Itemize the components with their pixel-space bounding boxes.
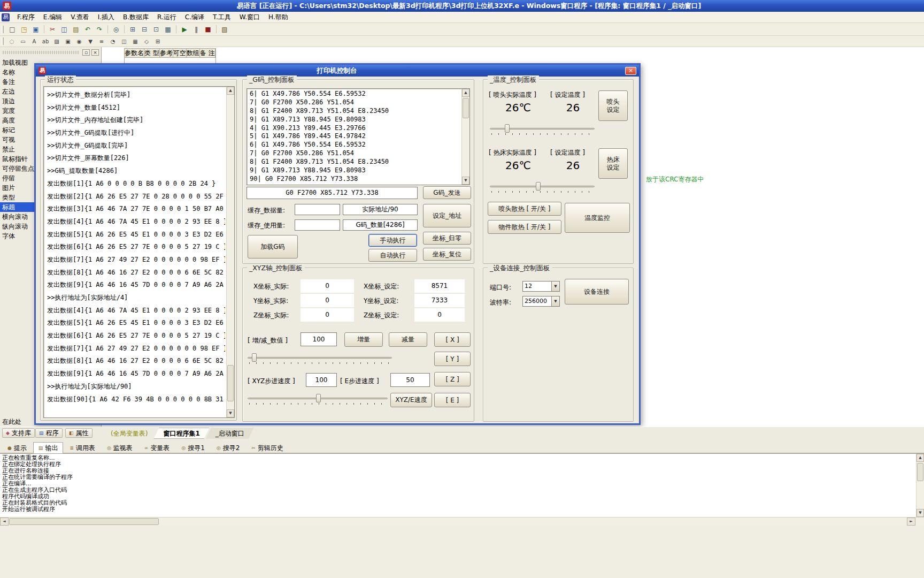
dialog-titlebar[interactable]: 易 打印机控制台 ×: [36, 65, 639, 77]
dialog-close-icon[interactable]: ×: [625, 67, 636, 75]
redo-icon[interactable]: ↷: [94, 24, 105, 35]
buffer-used-input[interactable]: [295, 219, 340, 231]
copy-icon[interactable]: ◫: [58, 24, 70, 35]
output-panel-tab[interactable]: ▤ 输出: [33, 442, 64, 453]
scroll-thumb[interactable]: [227, 365, 234, 401]
palette-widget-icon[interactable]: ◇: [141, 36, 152, 46]
output-panel-tab[interactable]: ◎ 搜寻2: [211, 443, 245, 453]
scroll-left-icon[interactable]: ◄: [0, 518, 9, 526]
window-layout-3-icon[interactable]: ⊡: [150, 24, 162, 35]
load-gcode-button[interactable]: 加载G码: [248, 235, 298, 258]
nozzle-set-temp-value[interactable]: 26: [553, 101, 593, 114]
slider-thumb[interactable]: [252, 353, 257, 362]
auto-execute-button[interactable]: 自动执行: [368, 249, 417, 262]
xy-position-slider[interactable]: [248, 353, 392, 364]
palette-widget-icon[interactable]: ◔: [107, 36, 118, 46]
new-file-icon[interactable]: □: [6, 24, 18, 35]
palette-widget-icon[interactable]: ▦: [130, 36, 141, 46]
window-layout-2-icon[interactable]: ⊟: [138, 24, 150, 35]
output-panel-tab[interactable]: ◎ 监视表: [102, 443, 138, 453]
temperature-monitor-button[interactable]: 温度监控: [565, 203, 630, 233]
cut-icon[interactable]: ✂: [47, 24, 58, 35]
combo-arrow-icon[interactable]: ▼: [551, 282, 559, 291]
output-panel-tab[interactable]: ◎ 搜寻1: [176, 443, 210, 453]
scroll-thumb[interactable]: [463, 98, 469, 118]
xyz-e-speed-button[interactable]: XYZ/E速度: [390, 393, 432, 407]
palette-widget-icon[interactable]: ◌: [6, 36, 17, 46]
window-layout-4-icon[interactable]: ▦: [162, 24, 174, 35]
menu-item[interactable]: E.编辑: [39, 12, 66, 23]
program-button[interactable]: ▤ 程序: [35, 428, 63, 438]
y-axis-button[interactable]: [ Y ]: [434, 352, 471, 366]
nozzle-temp-slider[interactable]: [490, 124, 595, 135]
current-gcode-input[interactable]: G0 F2700 X85.712 Y73.338: [247, 187, 418, 199]
device-connect-button[interactable]: 设备连接: [565, 279, 629, 305]
speed-slider[interactable]: [248, 393, 388, 405]
menu-item[interactable]: T.工具: [209, 12, 235, 23]
scroll-up-icon[interactable]: ▲: [227, 87, 234, 95]
undo-icon[interactable]: ↶: [82, 24, 94, 35]
menu-item[interactable]: R.运行: [153, 12, 181, 23]
scroll-down-icon[interactable]: ▼: [462, 177, 469, 185]
paste-icon[interactable]: ▤: [70, 24, 82, 35]
nozzle-fan-toggle-button[interactable]: 喷头散热 [ 开/关 ]: [488, 202, 561, 216]
panel-grip[interactable]: [3, 51, 80, 54]
axis-set-value[interactable]: 7333: [414, 294, 465, 307]
decrement-button[interactable]: 减量: [389, 332, 427, 347]
slider-thumb[interactable]: [536, 182, 541, 191]
axis-set-value[interactable]: 0: [414, 308, 465, 322]
reset-coordinates-button[interactable]: 坐标_复位: [423, 248, 471, 261]
properties-button[interactable]: ◧ 属性: [65, 428, 93, 438]
open-file-icon[interactable]: ◳: [18, 24, 30, 35]
gcode-scrollbar[interactable]: ▲ ▼: [461, 89, 469, 185]
incdec-value-input[interactable]: 100: [301, 332, 337, 346]
combo-arrow-icon[interactable]: ▼: [551, 296, 559, 306]
bed-temp-slider[interactable]: [490, 181, 595, 193]
menu-item[interactable]: F.程序: [13, 12, 39, 23]
menu-item[interactable]: V.查看: [66, 12, 93, 23]
stop-icon[interactable]: ■: [202, 24, 214, 35]
e-axis-button[interactable]: [ E ]: [434, 393, 471, 407]
tab-window-program-set[interactable]: 窗口程序集1: [153, 428, 209, 439]
xyz-step-speed-input[interactable]: 100: [306, 373, 337, 387]
shortcut-icon[interactable]: ▧: [219, 24, 230, 35]
save-icon[interactable]: ▣: [30, 24, 42, 35]
nozzle-set-button[interactable]: 喷头 设定: [598, 90, 628, 121]
scroll-thumb[interactable]: [917, 463, 923, 481]
output-panel-tab[interactable]: ≣ 调用表: [64, 443, 101, 453]
output-panel-tab[interactable]: ✂ 剪辑历史: [246, 443, 289, 453]
output-panel-tab[interactable]: ∞ 变量表: [139, 443, 175, 453]
menu-item[interactable]: C.编译: [181, 12, 209, 23]
palette-widget-icon[interactable]: ▭: [18, 36, 28, 46]
palette-widget-icon[interactable]: ▨: [51, 36, 62, 46]
gcode-send-button[interactable]: G码_发送: [423, 186, 471, 199]
palette-widget-icon[interactable]: ab: [40, 36, 51, 46]
e-step-speed-input[interactable]: 50: [390, 373, 430, 387]
panel-close-icon[interactable]: ×: [91, 49, 99, 56]
panel-minimize-icon[interactable]: ▫: [82, 49, 90, 56]
scroll-down-icon[interactable]: ▼: [227, 409, 234, 417]
palette-widget-icon[interactable]: ◫: [119, 36, 129, 46]
menu-item[interactable]: I.插入: [94, 12, 119, 23]
menu-item[interactable]: B.数据库: [119, 12, 153, 23]
z-axis-button[interactable]: [ Z ]: [434, 372, 471, 386]
gcode-textarea[interactable]: 6| G1 X49.786 Y50.554 E6.595327| G0 F270…: [247, 88, 470, 185]
window-layout-1-icon[interactable]: ⊞: [127, 24, 138, 35]
run-status-list[interactable]: >>切片文件_数据分析[完毕]>>切片文件_数量[4512]>>切片文件_内存地…: [43, 86, 235, 418]
pause-icon[interactable]: ∥: [190, 24, 202, 35]
buffer-data-input[interactable]: [295, 204, 340, 215]
scroll-up-icon[interactable]: ▲: [462, 89, 469, 97]
run-status-scrollbar[interactable]: ▲ ▼: [226, 87, 234, 417]
menu-item[interactable]: H.帮助: [264, 12, 292, 23]
bed-set-temp-value[interactable]: 26: [553, 159, 593, 172]
scroll-up-icon[interactable]: ▲: [917, 454, 924, 462]
output-horizontal-scrollbar[interactable]: ◄ ►: [0, 517, 924, 526]
axis-set-value[interactable]: 8571: [414, 279, 465, 293]
set-address-button[interactable]: 设定_地址: [423, 204, 471, 227]
palette-widget-icon[interactable]: ◉: [74, 36, 84, 46]
tab-startup-window[interactable]: _启动窗口: [206, 428, 254, 439]
palette-widget-icon[interactable]: A: [29, 36, 40, 46]
toolbar-grip[interactable]: [2, 26, 4, 33]
bed-set-button[interactable]: 热床 设定: [598, 148, 628, 179]
part-fan-toggle-button[interactable]: 物件散热 [ 开/关 ]: [488, 220, 561, 234]
